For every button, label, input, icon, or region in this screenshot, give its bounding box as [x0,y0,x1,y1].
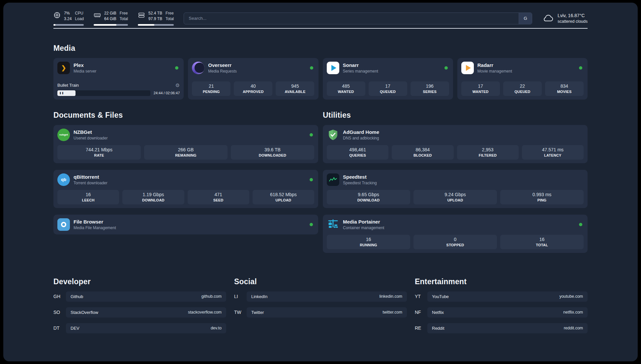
bookmark-row-linkedin[interactable]: LI LinkedIn linkedin.com [234,291,407,302]
stat-value: 16 [539,237,545,242]
search-engine-button[interactable]: G [519,13,532,24]
speedtest-graph-icon [327,173,339,186]
portainer-stats: 16 RUNNING 0 STOPPED 16 TOTAL [327,235,584,249]
bookmark-url: youtube.com [559,294,583,299]
section-title-entertainment: Entertainment [415,277,588,286]
adguard-shield-icon [327,129,339,141]
qbittorrent-meta: qBittorrent Torrent downloader [74,174,107,185]
app-card-overseerr[interactable]: Overseerr Media Requests 21 PENDING 40 A… [188,58,318,100]
disk-labels: Free Total [166,11,174,21]
nzbget-header: nzbget NZBGet Usenet downloader [57,129,314,141]
app-card-speedtest[interactable]: Speedtest Speedtest Tracking 9.65 Gbps D… [323,170,588,208]
stat-label: TOTAL [536,243,548,247]
stat-label: SERIES [423,90,437,94]
stat-box: 0 STOPPED [413,235,497,249]
app-card-adguard[interactable]: AdGuard Home DNS and adblocking 498,461 … [323,125,588,163]
ram-free-label: Free [120,11,128,16]
stat-box: 17 QUEUED [369,81,407,96]
social-column: Social LI LinkedIn linkedin.com TW Twitt… [234,277,407,323]
app-card-qbittorrent[interactable]: qb qBittorrent Torrent downloader 16 LEE… [53,170,318,208]
sonarr-stats: 485 WANTED 17 QUEUED 196 SERIES [327,81,449,96]
app-subtitle: DNS and adblocking [343,136,379,140]
bookmark-name: YouTube [432,294,449,299]
status-online-dot [444,66,448,70]
app-card-sonarr[interactable]: Sonarr Series management 485 WANTED 17 Q… [323,58,453,100]
bookmark-bar: Twitter twitter.com [247,307,407,318]
radarr-icon [461,62,474,74]
app-name: Media Portainer [343,219,384,225]
bookmarks-section: Developer GH Github github.com SO StackO… [53,277,588,339]
qbittorrent-stats: 16 LEECH 1.19 Gbps DOWNLOAD 471 SEED 618… [57,190,314,204]
now-playing-widget: Bullet Train ⚙ ❚❚ 24:44 / 02:06:47 [57,83,180,96]
stat-value: 39.6 TB [264,147,281,152]
entertainment-column: Entertainment YT YouTube youtube.com NF … [415,277,588,339]
stat-value: 1.19 Gbps [143,192,164,197]
cpu-load-value: 3.24 [64,17,72,21]
app-name: Speedtest [343,174,377,180]
bookmark-row-dev[interactable]: DT DEV dev.to [53,323,226,333]
disk-icon [138,12,145,19]
app-card-plex[interactable]: ❯ Plex Media server Bullet Train ⚙ ❚❚ [53,58,184,100]
search-input[interactable] [184,13,532,24]
app-name: Overseerr [208,62,237,68]
dashboard: 7% 3.24 CPU Load 22 GiB 64 GiB Free Tota… [3,3,638,361]
bookmark-row-reddit[interactable]: RE Reddit reddit.com [415,323,588,333]
app-card-portainer[interactable]: Media Portainer Container management 16 … [323,215,588,253]
app-card-filebrowser[interactable]: File Browser Media File Management [53,215,318,234]
weather-text: Lviv, 16.87°C scattered clouds [558,13,588,24]
filebrowser-meta: File Browser Media File Management [74,219,116,230]
portainer-header: Media Portainer Container management [327,218,584,231]
stat-value: 498,461 [349,147,366,152]
speedtest-header: Speedtest Speedtest Tracking [327,173,584,186]
bookmark-row-youtube[interactable]: YT YouTube youtube.com [415,291,588,302]
stat-label: DOWNLOAD [142,198,165,202]
app-subtitle: Movie management [477,69,512,74]
bookmark-row-stackoverflow[interactable]: SO StackOverflow stackoverflow.com [53,307,226,318]
app-card-radarr[interactable]: Radarr Movie management 17 WANTED 22 QUE… [457,58,588,100]
plex-header: ❯ Plex Media server [57,62,180,74]
stat-label: RATE [94,153,104,157]
bookmark-name: LinkedIn [251,294,267,299]
bookmark-row-netflix[interactable]: NF Netflix netflix.com [415,307,588,318]
disk-widget: 52.4 TB 97.9 TB Free Total [138,11,174,26]
stat-label: QUEUED [380,90,396,94]
status-online-dot [175,66,178,70]
stat-value: 22 [520,83,525,89]
developer-column: Developer GH Github github.com SO StackO… [53,277,226,339]
sonarr-play-shape [331,65,336,71]
stat-value: 0.993 ms [533,192,552,197]
playback-progress-bar[interactable]: ❚❚ [57,90,150,96]
bookmark-row-github[interactable]: GH Github github.com [53,291,226,302]
portainer-crane-icon [327,218,339,231]
weather-location: Lviv, 16.87°C [558,13,588,18]
stat-label: RUNNING [360,243,377,247]
qbittorrent-icon: qb [57,173,70,186]
ram-values: 22 GiB 64 GiB [104,11,116,21]
app-subtitle: Torrent downloader [74,181,107,185]
bookmark-row-twitter[interactable]: TW Twitter twitter.com [234,307,407,318]
pause-icon[interactable]: ❚❚ [59,92,64,94]
topbar-divider [53,28,588,29]
cpu-percent: 7% [64,11,72,16]
stat-value: 485 [342,83,350,89]
stat-label: FILTERED [479,153,497,157]
stat-box: 945 AVAILABLE [276,81,314,96]
disk-values: 52.4 TB 97.9 TB [148,11,162,21]
stat-box: 40 APPROVED [234,81,272,96]
bookmark-url: reddit.com [564,326,583,330]
stat-box: 744.21 Mbps RATE [57,145,141,160]
section-title-social: Social [234,277,407,286]
stat-label: WANTED [473,90,489,94]
playback-time: 24:44 / 02:06:47 [154,91,180,95]
stat-label: WANTED [338,90,354,94]
stat-box: 86,384 BLOCKED [392,145,453,160]
stat-value: 266 GB [178,147,194,152]
section-title-media: Media [53,44,588,53]
stat-label: QUERIES [349,153,366,157]
app-card-nzbget[interactable]: nzbget NZBGet Usenet downloader 744.21 M… [53,125,318,163]
stat-value: 196 [426,83,434,89]
bookmark-bar: StackOverflow stackoverflow.com [66,307,226,318]
settings-gear-icon[interactable]: ⚙ [175,83,180,88]
plex-icon: ❯ [57,62,70,74]
status-online-dot [579,66,582,70]
